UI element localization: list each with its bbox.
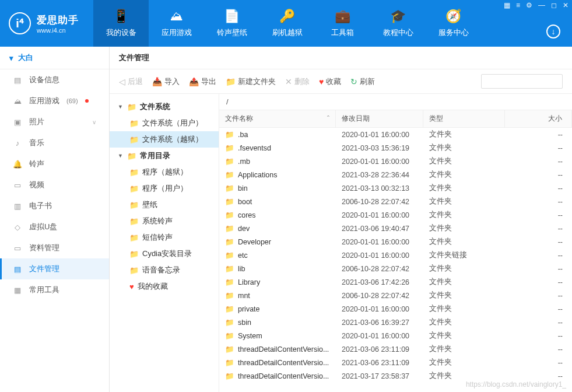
file-type: 文件夹 <box>423 264 505 274</box>
tree-item[interactable]: 📁文件系统（用户） <box>110 115 219 131</box>
tree-item[interactable]: ♥我的收藏 <box>110 278 219 295</box>
file-size: -- <box>505 238 572 246</box>
table-row[interactable]: 📁Library2021-03-06 17:42:26文件夹-- <box>219 275 572 289</box>
top-tab-0[interactable]: 📱我的设备 <box>93 0 149 47</box>
export-icon: 📤 <box>189 77 199 86</box>
column-date[interactable]: 修改日期 <box>336 110 423 127</box>
table-row[interactable]: 📁lib2006-10-28 22:07:42文件夹-- <box>219 262 572 275</box>
file-type: 文件夹 <box>423 143 505 153</box>
window-controls: ▦≡⚙—◻✕ <box>504 1 569 9</box>
tree-item[interactable]: 📁程序（越狱） <box>110 164 219 180</box>
tree-item[interactable]: 📁系统铃声 <box>110 213 219 229</box>
tree-item[interactable]: ▼📁常用目录 <box>110 148 219 164</box>
tree-item[interactable]: 📁Cydia安装目录 <box>110 246 219 262</box>
table-row[interactable]: 📁System2020-01-01 16:00:00文件夹-- <box>219 329 572 342</box>
refresh-button[interactable]: ↻刷新 <box>350 76 375 87</box>
file-size: -- <box>505 198 572 206</box>
tree-label: 文件系统（用户） <box>142 118 203 128</box>
sidebar-icon: ⛰ <box>13 97 22 106</box>
sidebar-item-3[interactable]: ♪音乐 <box>0 132 109 153</box>
tree-item[interactable]: 📁程序（用户） <box>110 180 219 197</box>
top-tab-2[interactable]: 📄铃声壁纸 <box>204 0 259 47</box>
table-row[interactable]: 📁dev2021-03-06 19:40:47文件夹-- <box>219 222 572 235</box>
export-button[interactable]: 📤导出 <box>189 76 216 87</box>
top-tab-3[interactable]: 🔑刷机越狱 <box>259 0 315 47</box>
sidebar-item-2[interactable]: ▣照片∨ <box>0 111 109 132</box>
column-size[interactable]: 大小 <box>505 110 572 127</box>
file-name: Library <box>238 278 260 286</box>
table-row[interactable]: 📁.mb2020-01-01 16:00:00文件夹-- <box>219 155 572 168</box>
tree-item[interactable]: 📁壁纸 <box>110 197 219 213</box>
file-type: 文件夹 <box>423 277 505 287</box>
table-row[interactable]: 📁sbin2021-03-06 16:39:27文件夹-- <box>219 316 572 329</box>
win-ctrl-4[interactable]: ◻ <box>551 1 557 9</box>
folder-icon: 📁 <box>225 197 234 206</box>
sidebar-item-10[interactable]: ▦常用工具 <box>0 279 109 300</box>
sidebar-item-9[interactable]: ▤文件管理 <box>0 258 109 279</box>
delete-button[interactable]: ✕删除 <box>285 76 310 87</box>
path-bar[interactable]: / <box>219 94 572 110</box>
search-box <box>481 74 563 89</box>
table-row[interactable]: 📁Applications2021-03-28 22:36:44文件夹-- <box>219 168 572 181</box>
table-row[interactable]: 📁threadDetailContentVersio...2021-03-06 … <box>219 356 572 369</box>
table-row[interactable]: 📁.ba2020-01-01 16:00:00文件夹-- <box>219 128 572 141</box>
download-button[interactable]: ↓ <box>546 24 560 38</box>
top-tab-1[interactable]: ⛰应用游戏 <box>149 0 204 47</box>
search-input[interactable] <box>481 74 563 89</box>
sidebar-item-4[interactable]: 🔔铃声 <box>0 153 109 174</box>
table-row[interactable]: 📁private2020-01-01 16:00:00文件夹-- <box>219 302 572 316</box>
tree-item[interactable]: 📁文件系统（越狱） <box>110 131 219 148</box>
file-date: 2021-03-13 00:32:13 <box>336 184 423 192</box>
folder-icon: 📁 <box>225 318 234 327</box>
file-date: 2021-03-03 15:36:19 <box>336 144 423 152</box>
win-ctrl-2[interactable]: ⚙ <box>526 1 532 9</box>
sidebar-item-1[interactable]: ⛰应用游戏(69) <box>0 90 109 111</box>
folder-icon: 📁 <box>225 372 234 380</box>
sidebar-item-5[interactable]: ▭视频 <box>0 174 109 195</box>
win-ctrl-0[interactable]: ▦ <box>504 1 510 9</box>
file-type: 文件夹 <box>423 170 505 180</box>
table-row[interactable]: 📁.fseventsd2021-03-03 15:36:19文件夹-- <box>219 141 572 155</box>
top-tab-4[interactable]: 💼工具箱 <box>315 0 370 47</box>
table-row[interactable]: 📁etc2020-01-01 16:00:00文件夹链接-- <box>219 249 572 262</box>
back-icon: ◁ <box>119 77 125 86</box>
table-row[interactable]: 📁mnt2006-10-28 22:07:42文件夹-- <box>219 289 572 302</box>
file-size: -- <box>505 171 572 179</box>
sidebar-label: 铃声 <box>29 159 44 169</box>
table-row[interactable]: 📁boot2006-10-28 22:07:42文件夹-- <box>219 195 572 208</box>
sidebar-item-8[interactable]: ▭资料管理 <box>0 237 109 258</box>
file-date: 2021-03-06 17:42:26 <box>336 278 423 286</box>
import-button[interactable]: 📥导入 <box>152 76 180 87</box>
file-date: 2021-03-06 23:11:09 <box>336 359 423 367</box>
table-row[interactable]: 📁threadDetailContentVersio...2021-03-06 … <box>219 342 572 356</box>
file-name: Developer <box>238 238 271 246</box>
file-type: 文件夹 <box>423 358 505 368</box>
folder-icon: 📁 <box>129 201 139 209</box>
new-folder-button[interactable]: 📁新建文件夹 <box>226 76 276 87</box>
toolbar: ◁后退 📥导入 📤导出 📁新建文件夹 ✕删除 ♥收藏 ↻刷新 <box>110 69 572 94</box>
top-tab-6[interactable]: 🧭服务中心 <box>426 0 481 47</box>
file-type: 文件夹 <box>423 371 505 381</box>
sidebar-item-0[interactable]: ▤设备信息 <box>0 69 109 90</box>
file-size: -- <box>505 332 572 340</box>
favorite-button[interactable]: ♥收藏 <box>319 76 341 87</box>
win-ctrl-3[interactable]: — <box>538 1 545 9</box>
column-name[interactable]: 文件名称ˆ <box>219 110 336 127</box>
win-ctrl-5[interactable]: ✕ <box>563 1 569 9</box>
tree-item[interactable]: ▼📁文件系统 <box>110 99 219 115</box>
table-row[interactable]: 📁bin2021-03-13 00:32:13文件夹-- <box>219 181 572 195</box>
back-button[interactable]: ◁后退 <box>119 76 143 87</box>
sidebar-item-6[interactable]: ▥电子书 <box>0 195 109 216</box>
sidebar-item-7[interactable]: ◇虚拟U盘 <box>0 216 109 237</box>
file-date: 2006-10-28 22:07:42 <box>336 292 423 300</box>
tree-item[interactable]: 📁语音备忘录 <box>110 262 219 278</box>
table-row[interactable]: 📁Developer2020-01-01 16:00:00文件夹-- <box>219 235 572 249</box>
device-name-header[interactable]: ▾ 大白 <box>0 47 109 69</box>
table-row[interactable]: 📁cores2020-01-01 16:00:00文件夹-- <box>219 208 572 222</box>
top-tab-5[interactable]: 🎓教程中心 <box>370 0 426 47</box>
file-name: threadDetailContentVersio... <box>238 345 329 354</box>
file-type: 文件夹 <box>423 317 505 327</box>
tree-item[interactable]: 📁短信铃声 <box>110 229 219 246</box>
win-ctrl-1[interactable]: ≡ <box>516 1 520 9</box>
column-type[interactable]: 类型 <box>423 110 505 127</box>
